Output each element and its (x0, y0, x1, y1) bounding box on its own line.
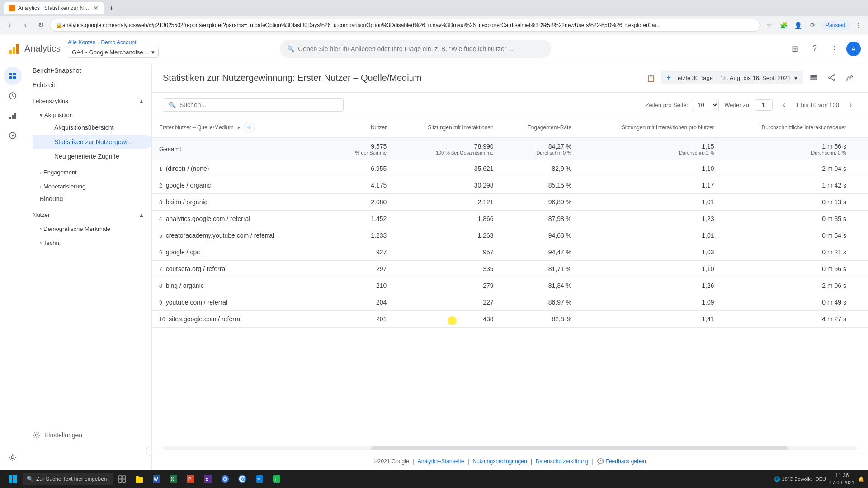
account-selector[interactable]: GA4 - Google Merchandise ... ▾ (68, 47, 159, 58)
sidebar-section-techn[interactable]: › Techn. (33, 234, 151, 248)
global-search-input[interactable] (298, 45, 544, 52)
taskbar-icon-excel[interactable]: X (165, 471, 182, 487)
address-bar[interactable]: 🔒 analytics.google.com/analytics/web/#/p… (50, 19, 760, 32)
dimension-column-header[interactable]: Erster Nutzer – Quelle/Medium ▾ + (152, 117, 333, 138)
add-comparison-icon[interactable]: + (666, 74, 670, 82)
row-value-8-2: 81,34 % (501, 277, 579, 294)
goto-input[interactable] (755, 99, 773, 111)
more-button[interactable]: ⋮ (852, 19, 864, 32)
taskbar-search[interactable]: 🔍 Zur Suche Text hier eingeben (23, 473, 113, 485)
sidebar-section-engagement[interactable]: › Engagement (33, 164, 151, 178)
profile-button[interactable]: 👤 (792, 19, 805, 32)
taskbar-weather[interactable]: 18°C Bewölkt (782, 476, 812, 482)
grid-icon-button[interactable]: ⊞ (787, 41, 803, 57)
footer-feedback-button[interactable]: 💬 Feedback geben (597, 458, 646, 465)
main-layout: Bericht-Snapshot Echtzeit Lebenszyklus ▲… (0, 63, 868, 470)
table-search-input[interactable] (179, 101, 338, 108)
sync-button[interactable]: ⟳ (807, 19, 819, 32)
taskbar-right: 🌐 18°C Bewölkt DEU 11:36 17.09.2021 🔔 (774, 472, 864, 486)
taskbar-notification-icon[interactable]: 🔔 (858, 476, 864, 482)
sidebar-item-akquisitionsübersicht[interactable]: Akquisitionsübersicht (33, 120, 151, 135)
taskbar-search-text: Zur Suche Text hier eingeben (36, 476, 107, 482)
tab-close-button[interactable]: ✕ (93, 5, 99, 12)
taskbar-icon-explorer[interactable] (131, 471, 147, 487)
col-header-nutzer[interactable]: Nutzer (333, 117, 394, 138)
goto-page-control: Weiter zu: (724, 99, 772, 111)
lebenszyklus-chevron-icon: ▲ (139, 98, 144, 104)
breadcrumb-current[interactable]: Demo Account (101, 39, 136, 46)
page-title-copy-icon[interactable]: 📋 (646, 74, 656, 82)
prev-page-button[interactable]: ‹ (778, 99, 791, 111)
more-options-button[interactable]: ⋮ (826, 41, 843, 57)
sidebar-icon-settings[interactable] (4, 448, 22, 466)
row-value-4-2: 87,98 % (501, 211, 579, 227)
svg-rect-23 (9, 479, 12, 483)
sidebar-item-statistiken-nutzer[interactable]: Statistiken zur Nutzergewi... (33, 135, 151, 149)
user-avatar[interactable]: A (846, 42, 861, 56)
back-button[interactable]: ‹ (4, 19, 16, 32)
help-icon-button[interactable]: ? (807, 41, 823, 57)
taskbar-icon-app9[interactable]: ♪ (269, 471, 285, 487)
taskbar-icon-app5[interactable]: Z (200, 471, 216, 487)
sidebar-item-echtzeit[interactable]: Echtzeit (25, 78, 151, 92)
sidebar-label-akquisitionsübersicht: Akquisitionsübersicht (54, 124, 114, 131)
sidebar-icon-explore[interactable] (4, 127, 22, 145)
forward-button[interactable]: › (19, 19, 32, 32)
sidebar-section-monetarisierung[interactable]: › Monetarisierung (33, 178, 151, 192)
app-logo: Analytics (7, 42, 61, 56)
share-button[interactable] (825, 70, 839, 85)
reload-button[interactable]: ↻ (34, 19, 47, 32)
col-header-interaktionsdauer[interactable]: Durchschnittliche Interaktionsdauer (722, 117, 854, 138)
row-value-1-3: 1,10 (579, 160, 722, 177)
sidebar-collapse-button[interactable]: ‹ (146, 446, 152, 456)
scrollbar-thumb[interactable] (371, 446, 788, 450)
sidebar-item-bericht-snapshot[interactable]: Bericht-Snapshot (25, 63, 151, 78)
taskbar-task-view[interactable] (114, 471, 130, 487)
sidebar-item-neu-generierte[interactable]: Neu generierte Zugriffe (33, 149, 151, 164)
next-page-button[interactable]: › (844, 99, 857, 111)
date-range-selector[interactable]: + Letzte 30 Tage 18. Aug. bis 16. Sept. … (661, 71, 803, 84)
taskbar-icon-app8[interactable]: ✉ (251, 471, 268, 487)
sidebar-icon-realtime[interactable] (4, 87, 22, 105)
compare-button[interactable] (843, 70, 857, 85)
taskbar-icon-chrome[interactable] (217, 471, 233, 487)
sidebar-icon-home[interactable] (4, 67, 22, 85)
add-dimension-button[interactable]: + (244, 122, 255, 133)
bookmark-button[interactable]: ☆ (763, 19, 776, 32)
col-header-engagement-rate[interactable]: Engagement-Rate (501, 117, 579, 138)
global-search-bar[interactable]: 🔍 (280, 40, 551, 58)
customize-report-button[interactable] (807, 70, 821, 85)
col-header-sitzungen-interaktionen[interactable]: Sitzungen mit Interaktionen (394, 117, 500, 138)
pausiert-button[interactable]: Pausiert (821, 20, 850, 30)
horizontal-scrollbar[interactable] (163, 446, 857, 450)
svg-rect-5 (9, 76, 12, 79)
settings-button[interactable]: Einstellungen (25, 427, 151, 443)
footer-link-datenschutz[interactable]: Datenschutzerklärung (536, 458, 589, 465)
start-button[interactable] (4, 470, 22, 488)
sidebar-section-demografische[interactable]: › Demografische Merkmale (33, 220, 151, 234)
sidebar-item-bindung[interactable]: Bindung (40, 192, 151, 206)
taskbar-network-icon[interactable]: 🌐 (774, 476, 780, 482)
sidebar-icon-reports[interactable] (4, 107, 22, 125)
new-tab-button[interactable]: + (106, 2, 117, 14)
taskbar-lang[interactable]: DEU (816, 476, 826, 482)
sidebar-section-akquisition[interactable]: ▾ Akquisition (33, 106, 151, 120)
dimension-filter-icon[interactable]: ▾ (237, 124, 240, 131)
svg-rect-28 (123, 479, 125, 482)
taskbar-clock[interactable]: 11:36 17.09.2021 (830, 472, 854, 486)
col-header-sitzungen-pro-nutzer[interactable]: Sitzungen mit Interaktionen pro Nutzer (579, 117, 722, 138)
taskbar-icon-app7[interactable]: 🌀 (234, 471, 250, 487)
rows-per-page-select[interactable]: 10 25 50 100 (692, 99, 719, 111)
breadcrumb-parent[interactable]: Alle Konten (68, 39, 95, 46)
sidebar-section-nutzer[interactable]: Nutzer ▲ (25, 206, 151, 220)
footer-link-nutzung[interactable]: Nutzungsbedingungen (473, 458, 527, 465)
table-search-box[interactable]: 🔍 (163, 98, 344, 112)
akquisition-section: ▾ Akquisition Akquisitionsübersicht Stat… (25, 106, 151, 164)
taskbar-icon-word[interactable]: W (148, 471, 165, 487)
row-value-9-2: 86,97 % (501, 294, 579, 311)
footer-link-analytics[interactable]: Analytics-Startseite (418, 458, 464, 465)
sidebar-section-lebenszyklus[interactable]: Lebenszyklus ▲ (25, 92, 151, 106)
extensions-button[interactable]: 🧩 (778, 19, 790, 32)
taskbar-icon-powerpoint[interactable]: P (183, 471, 199, 487)
browser-tab[interactable]: Analytics | Statistiken zur Nutzer... ✕ (4, 2, 104, 14)
